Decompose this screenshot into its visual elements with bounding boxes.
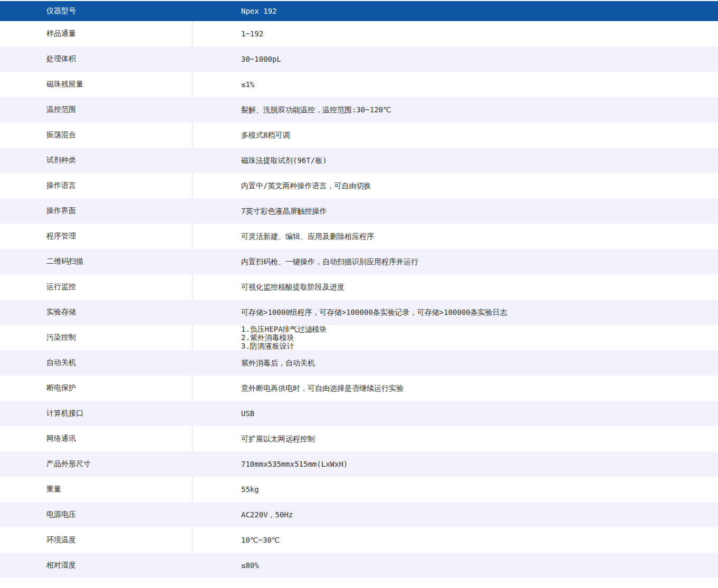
row-label-cell: 程序管理 bbox=[0, 224, 193, 249]
row-label-cell: 磁珠残留量 bbox=[0, 72, 193, 97]
row-value-text: ≤80% bbox=[241, 561, 259, 570]
row-value-cell: 裂解、洗脱双功能温控，温控范围:30~120℃ bbox=[193, 97, 718, 122]
row-value-text: 内置扫码枪、一键操作，自动扫描识别应用程序并运行 bbox=[241, 257, 418, 266]
row-label-cell: 处理体积 bbox=[0, 46, 193, 72]
row-label-text: 污染控制 bbox=[46, 333, 76, 342]
row-label-text: 操作语言 bbox=[46, 181, 76, 190]
row-label-cell: 电源电压 bbox=[0, 502, 193, 527]
spec-table: 仪器型号 Npex 192 样品通量 1~192 处理体积 30~1000pL … bbox=[0, 1, 718, 578]
row-value-text: 多模式8档可调 bbox=[241, 131, 290, 139]
table-row: 二维码扫描 内置扫码枪、一键操作，自动扫描识别应用程序并运行 bbox=[0, 249, 718, 274]
row-label-text: 电源电压 bbox=[46, 510, 76, 519]
row-label-text: 实验存储 bbox=[46, 307, 76, 317]
table-row: 操作语言 内置中/英文两种操作语言，可自由切换 bbox=[0, 173, 718, 198]
row-label-cell: 断电保护 bbox=[0, 375, 193, 401]
table-row: 磁珠残留量 ≤1% bbox=[0, 72, 718, 97]
row-value-cell: 磁珠法提取试剂(96T/板) bbox=[193, 148, 718, 173]
row-value-cell: ≤1% bbox=[193, 72, 718, 97]
header-label-text: 仪器型号 bbox=[46, 6, 76, 16]
row-value-cell: 意外断电再供电时，可自由选择是否继续运行实验 bbox=[193, 375, 718, 401]
row-value-text: 30~1000pL bbox=[241, 55, 281, 63]
row-label-text: 振荡混合 bbox=[46, 130, 76, 140]
row-value-text: AC220V，50Hz bbox=[241, 510, 293, 519]
row-value-cell: 30~1000pL bbox=[193, 46, 718, 72]
row-label-cell: 温控范围 bbox=[0, 97, 193, 122]
row-label-text: 磁珠残留量 bbox=[46, 80, 83, 89]
row-label-text: 环境温度 bbox=[46, 535, 76, 545]
table-row: 运行监控 可视化监控核酸提取阶段及进度 bbox=[0, 274, 718, 300]
row-value-cell: 1.负压HEPA排气过滤模块 2.紫外消毒模块 3.防滴液板设计 bbox=[193, 325, 718, 350]
header-label-cell: 仪器型号 bbox=[0, 1, 193, 21]
row-label-cell: 产品外形尺寸 bbox=[0, 451, 193, 477]
row-label-text: 处理体积 bbox=[46, 54, 76, 64]
row-value-text: 内置中/英文两种操作语言，可自由切换 bbox=[241, 181, 371, 190]
table-row: 电源电压 AC220V，50Hz bbox=[0, 502, 718, 527]
row-value-text: 紫外消毒后，自动关机 bbox=[241, 359, 315, 367]
row-value-text: 710mmx535mmx515mm(LxWxH) bbox=[241, 460, 348, 468]
row-label-cell: 自动关机 bbox=[0, 350, 193, 375]
row-label-text: 相对湿度 bbox=[46, 561, 76, 570]
row-value-text: 10℃~30℃ bbox=[241, 536, 280, 544]
row-label-text: 温控范围 bbox=[46, 105, 76, 114]
table-row: 重量 55kg bbox=[0, 477, 718, 502]
table-row: 实验存储 可存储>10000组程序，可存储>100000条实验记录，可存储>10… bbox=[0, 300, 718, 325]
row-value-cell: 可视化监控核酸提取阶段及进度 bbox=[193, 274, 718, 300]
row-value-text: 7英寸彩色液晶屏触控操作 bbox=[241, 207, 327, 215]
row-label-text: 网络通讯 bbox=[46, 434, 76, 444]
row-value-text: 1~192 bbox=[241, 30, 263, 38]
row-value-cell: 可扩展以太网远程控制 bbox=[193, 426, 718, 451]
row-label-cell: 网络通讯 bbox=[0, 426, 193, 451]
row-label-cell: 环境温度 bbox=[0, 527, 193, 553]
table-row: 温控范围 裂解、洗脱双功能温控，温控范围:30~120℃ bbox=[0, 97, 718, 122]
table-row: 相对湿度 ≤80% bbox=[0, 553, 718, 578]
row-label-text: 试剂种类 bbox=[46, 156, 76, 165]
table-row: 产品外形尺寸 710mmx535mmx515mm(LxWxH) bbox=[0, 451, 718, 477]
table-row: 操作界面 7英寸彩色液晶屏触控操作 bbox=[0, 198, 718, 224]
row-label-cell: 操作界面 bbox=[0, 198, 193, 224]
row-value-text: 55kg bbox=[241, 485, 259, 494]
row-label-text: 自动关机 bbox=[46, 358, 76, 368]
row-value-text: 意外断电再供电时，可自由选择是否继续运行实验 bbox=[241, 384, 404, 392]
table-header-row: 仪器型号 Npex 192 bbox=[0, 1, 718, 21]
table-row: 污染控制 1.负压HEPA排气过滤模块 2.紫外消毒模块 3.防滴液板设计 bbox=[0, 325, 718, 350]
row-label-text: 重量 bbox=[46, 485, 61, 494]
row-value-cell: 紫外消毒后，自动关机 bbox=[193, 350, 718, 375]
row-value-text: ≤1% bbox=[241, 80, 254, 89]
row-label-cell: 相对湿度 bbox=[0, 553, 193, 578]
table-row: 程序管理 可灵活新建、编辑、应用及删除相应程序 bbox=[0, 224, 718, 249]
row-label-text: 产品外形尺寸 bbox=[46, 459, 91, 469]
row-value-cell: 55kg bbox=[193, 477, 718, 502]
table-row: 环境温度 10℃~30℃ bbox=[0, 527, 718, 553]
row-label-text: 运行监控 bbox=[46, 282, 76, 292]
row-value-cell: 内置中/英文两种操作语言，可自由切换 bbox=[193, 173, 718, 198]
table-row: 计算机接口 USB bbox=[0, 401, 718, 426]
row-label-cell: 样品通量 bbox=[0, 21, 193, 46]
row-label-text: 操作界面 bbox=[46, 206, 76, 216]
row-value-text: 磁珠法提取试剂(96T/板) bbox=[241, 156, 327, 165]
row-value-cell: 内置扫码枪、一键操作，自动扫描识别应用程序并运行 bbox=[193, 249, 718, 274]
table-row: 振荡混合 多模式8档可调 bbox=[0, 122, 718, 148]
row-label-text: 二维码扫描 bbox=[46, 257, 83, 266]
row-value-cell: USB bbox=[193, 401, 718, 426]
row-label-text: 断电保护 bbox=[46, 383, 76, 393]
row-value-text: 裂解、洗脱双功能温控，温控范围:30~120℃ bbox=[241, 105, 391, 114]
row-value-text: 可视化监控核酸提取阶段及进度 bbox=[241, 283, 344, 291]
row-value-cell: 可灵活新建、编辑、应用及删除相应程序 bbox=[193, 224, 718, 249]
table-body: 样品通量 1~192 处理体积 30~1000pL 磁珠残留量 ≤1% 温控范围… bbox=[0, 21, 718, 578]
row-label-cell: 重量 bbox=[0, 477, 193, 502]
row-label-cell: 试剂种类 bbox=[0, 148, 193, 173]
header-value-cell: Npex 192 bbox=[193, 1, 718, 21]
row-value-text: USB bbox=[241, 409, 254, 418]
row-label-cell: 二维码扫描 bbox=[0, 249, 193, 274]
row-value-cell: AC220V，50Hz bbox=[193, 502, 718, 527]
row-value-text: 可存储>10000组程序，可存储>100000条实验记录，可存储>100000条… bbox=[241, 308, 508, 316]
row-value-cell: 7英寸彩色液晶屏触控操作 bbox=[193, 198, 718, 224]
table-row: 样品通量 1~192 bbox=[0, 21, 718, 46]
row-label-text: 样品通量 bbox=[46, 29, 76, 38]
row-label-cell: 计算机接口 bbox=[0, 401, 193, 426]
header-value-text: Npex 192 bbox=[241, 7, 276, 15]
row-value-text: 1.负压HEPA排气过滤模块 2.紫外消毒模块 3.防滴液板设计 bbox=[241, 325, 327, 350]
row-value-cell: 10℃~30℃ bbox=[193, 527, 718, 553]
row-label-text: 计算机接口 bbox=[46, 409, 83, 418]
row-value-text: 可灵活新建、编辑、应用及删除相应程序 bbox=[241, 232, 374, 240]
